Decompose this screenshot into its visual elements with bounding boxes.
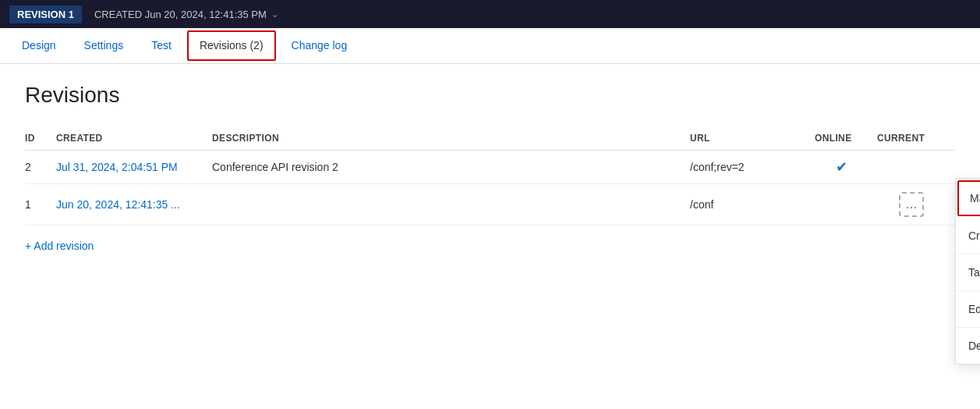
- col-header-url: URL: [690, 126, 815, 151]
- nav-tabs: Design Settings Test Revisions (2) Chang…: [0, 28, 980, 64]
- revisions-table: ID CREATED DESCRIPTION URL ONLINE CURREN…: [25, 126, 955, 226]
- row-id: 2: [25, 151, 56, 184]
- col-header-online: ONLINE: [815, 126, 877, 151]
- dropdown-item-take-offline[interactable]: Take offline: [956, 254, 980, 291]
- revision-badge: REVISION 1: [9, 5, 82, 23]
- col-header-description: DESCRIPTION: [212, 126, 690, 151]
- tab-revisions[interactable]: Revisions (2): [187, 30, 276, 62]
- col-header-id: ID: [25, 126, 56, 151]
- row-current: [877, 151, 955, 184]
- take-offline-label: Take offline: [968, 266, 980, 279]
- make-current-label: Make current: [970, 192, 980, 204]
- row-created[interactable]: Jul 31, 2024, 2:04:51 PM: [56, 151, 212, 184]
- row-current[interactable]: … Make current: [877, 184, 955, 226]
- row-description: Conference API revision 2: [212, 151, 690, 184]
- table-row: 1 Jun 20, 2024, 12:41:35 ... /conf … Mak…: [25, 184, 955, 226]
- row-url: /conf;rev=2: [690, 151, 815, 184]
- tab-settings[interactable]: Settings: [72, 30, 136, 62]
- row-id: 1: [25, 184, 56, 226]
- created-timestamp: CREATED Jun 20, 2024, 12:41:35 PM ⌄: [94, 9, 278, 20]
- row-online: [815, 184, 877, 226]
- col-header-created: CREATED: [56, 126, 212, 151]
- page-title: Revisions: [25, 83, 955, 108]
- tab-changelog[interactable]: Change log: [279, 30, 360, 62]
- add-revision-button[interactable]: + Add revision: [25, 237, 955, 255]
- dropdown-item-edit-description[interactable]: Edit description: [956, 291, 980, 328]
- delete-label: Delete: [968, 340, 980, 352]
- tab-design[interactable]: Design: [9, 30, 69, 62]
- edit-description-label: Edit description: [968, 303, 980, 315]
- tab-test[interactable]: Test: [139, 30, 184, 62]
- page-content: Revisions ID CREATED DESCRIPTION URL ONL…: [0, 64, 980, 274]
- add-revision-label: + Add revision: [25, 240, 94, 252]
- table-row: 2 Jul 31, 2024, 2:04:51 PM Conference AP…: [25, 151, 955, 184]
- row-online: ✔: [815, 151, 877, 184]
- row-description: [212, 184, 690, 226]
- dropdown-item-create-version[interactable]: Create Version from this Revision: [956, 218, 980, 254]
- dropdown-item-make-current[interactable]: Make current: [957, 180, 980, 216]
- row-url: /conf: [690, 184, 815, 226]
- chevron-down-icon[interactable]: ⌄: [271, 9, 278, 20]
- dropdown-menu: Make current Create Versio: [955, 178, 980, 365]
- create-version-label: Create Version from this Revision: [968, 229, 980, 242]
- col-header-current: CURRENT: [877, 126, 955, 151]
- dropdown-item-delete[interactable]: Delete: [956, 328, 980, 364]
- row-created[interactable]: Jun 20, 2024, 12:41:35 ...: [56, 184, 212, 226]
- online-checkmark-icon: ✔: [836, 159, 847, 175]
- top-bar: REVISION 1 CREATED Jun 20, 2024, 12:41:3…: [0, 0, 980, 28]
- row-actions-button[interactable]: …: [899, 192, 924, 217]
